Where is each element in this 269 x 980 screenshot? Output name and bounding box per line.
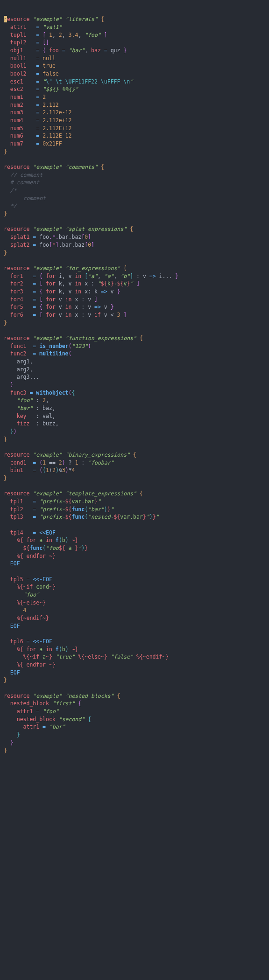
block-label: "example" xyxy=(33,693,62,699)
cursor: r xyxy=(4,16,7,22)
block-label: "example" xyxy=(33,490,62,497)
value: 2.112 xyxy=(42,102,59,108)
arg: arg2, xyxy=(17,366,33,373)
block-label: "for_expressions" xyxy=(65,265,120,271)
comment: # comment xyxy=(10,179,39,186)
value: 2.112e-12 xyxy=(42,109,71,116)
value: 0x21FF xyxy=(42,140,62,147)
value: 2 xyxy=(42,94,46,100)
arg: arg3... xyxy=(17,374,39,380)
block-label: "example" xyxy=(33,265,62,271)
comment: /* xyxy=(10,187,17,194)
block-label: "splat_expressions" xyxy=(65,226,127,232)
value: "foo" xyxy=(42,708,59,715)
arg: arg1, xyxy=(17,358,33,365)
value: "$${} %%{}" xyxy=(42,86,78,92)
block-label: "second" xyxy=(59,716,85,723)
comment: // comment xyxy=(10,172,42,178)
block-label: "example" xyxy=(33,452,62,458)
block-label: "nested_blocks" xyxy=(65,693,114,699)
value: 2.112E+12 xyxy=(42,125,71,132)
block-label: "literals" xyxy=(65,16,98,22)
code-block: resource "example" "literals" { attr1 = … xyxy=(4,15,265,754)
block-label: "comments" xyxy=(65,164,98,170)
block-label: "function_expressions" xyxy=(65,335,136,341)
block-label: "example" xyxy=(33,335,62,341)
block-label: "first" xyxy=(52,700,75,707)
block-label: "example" xyxy=(33,226,62,232)
value: 2.112e+12 xyxy=(42,117,71,124)
block-label: "binary_expressions" xyxy=(65,452,130,458)
comment: comment xyxy=(10,195,46,202)
value: "val1" xyxy=(42,24,62,30)
value: "bar" xyxy=(49,723,65,730)
block-label: "example" xyxy=(33,164,62,170)
value: 2.112E-12 xyxy=(42,132,71,139)
block-label: "example" xyxy=(33,16,62,22)
comment: */ xyxy=(10,202,17,209)
block-label: "template_expressions" xyxy=(65,490,136,497)
